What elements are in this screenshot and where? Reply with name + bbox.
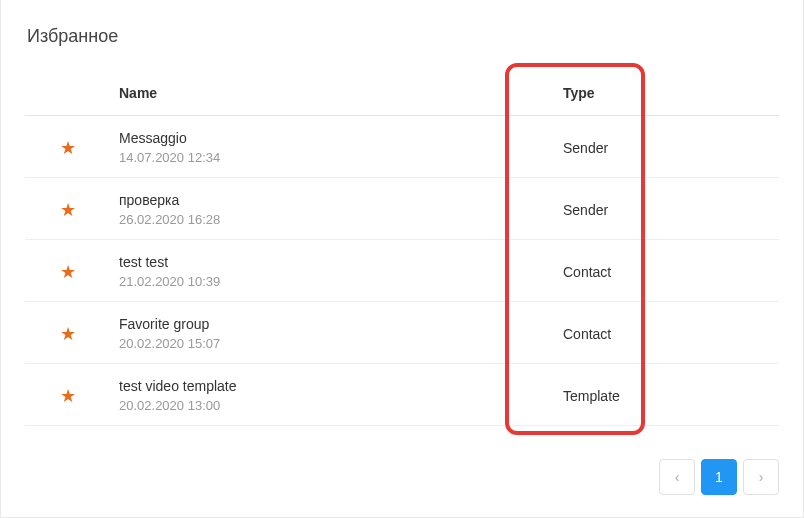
page-title: Избранное xyxy=(27,26,779,47)
pagination-next[interactable]: › xyxy=(743,459,779,495)
row-date: 21.02.2020 10:39 xyxy=(119,274,511,289)
col-header-star xyxy=(25,71,111,116)
star-icon[interactable]: ★ xyxy=(60,263,76,281)
row-name: test test xyxy=(119,254,511,270)
favorites-card: Избранное Name Type ★ Messaggio xyxy=(0,0,804,518)
row-name: test video template xyxy=(119,378,511,394)
star-icon[interactable]: ★ xyxy=(60,387,76,405)
row-date: 20.02.2020 15:07 xyxy=(119,336,511,351)
row-date: 26.02.2020 16:28 xyxy=(119,212,511,227)
row-date: 20.02.2020 13:00 xyxy=(119,398,511,413)
row-name: проверка xyxy=(119,192,511,208)
pagination-prev[interactable]: ‹ xyxy=(659,459,695,495)
col-header-type[interactable]: Type xyxy=(519,71,779,116)
pagination-page-1[interactable]: 1 xyxy=(701,459,737,495)
row-type: Template xyxy=(563,388,620,404)
pagination: ‹ 1 › xyxy=(659,459,779,495)
table-row[interactable]: ★ Messaggio 14.07.2020 12:34 Sender xyxy=(25,116,779,178)
row-name: Favorite group xyxy=(119,316,511,332)
favorites-table: Name Type ★ Messaggio 14.07.2020 12:34 S… xyxy=(25,71,779,426)
table-row[interactable]: ★ test test 21.02.2020 10:39 Contact xyxy=(25,240,779,302)
row-type: Sender xyxy=(563,202,608,218)
star-icon[interactable]: ★ xyxy=(60,139,76,157)
table-row[interactable]: ★ Favorite group 20.02.2020 15:07 Contac… xyxy=(25,302,779,364)
row-type: Contact xyxy=(563,264,611,280)
star-icon[interactable]: ★ xyxy=(60,201,76,219)
table-wrap: Name Type ★ Messaggio 14.07.2020 12:34 S… xyxy=(25,71,779,426)
row-type: Sender xyxy=(563,140,608,156)
row-date: 14.07.2020 12:34 xyxy=(119,150,511,165)
row-type: Contact xyxy=(563,326,611,342)
table-row[interactable]: ★ test video template 20.02.2020 13:00 T… xyxy=(25,364,779,426)
row-name: Messaggio xyxy=(119,130,511,146)
col-header-name[interactable]: Name xyxy=(111,71,519,116)
table-row[interactable]: ★ проверка 26.02.2020 16:28 Sender xyxy=(25,178,779,240)
star-icon[interactable]: ★ xyxy=(60,325,76,343)
